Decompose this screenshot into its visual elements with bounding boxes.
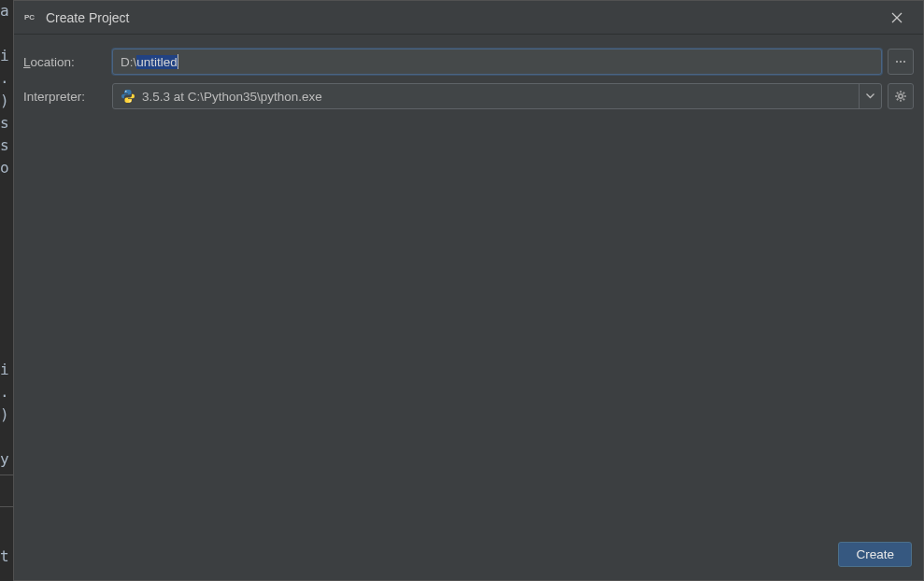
svg-point-6 (903, 61, 905, 63)
dropdown-arrow-button[interactable] (859, 84, 881, 108)
browse-location-button[interactable] (888, 49, 914, 75)
create-button[interactable]: Create (838, 542, 912, 567)
location-input-prefix: D:\ (121, 55, 136, 69)
background-editor-gutter-lower: t (0, 523, 13, 579)
svg-point-7 (125, 91, 126, 92)
svg-line-15 (903, 92, 905, 94)
svg-line-13 (897, 92, 899, 94)
interpreter-settings-button[interactable] (888, 83, 914, 109)
interpreter-row: Interpreter: 3.5.3 at C:\Python35\python… (23, 83, 914, 109)
interpreter-dropdown[interactable]: 3.5.3 at C:\Python35\python.exe (112, 83, 882, 109)
bg-separator (0, 506, 13, 507)
gear-icon (893, 89, 908, 104)
app-icon: PC (23, 10, 38, 25)
close-icon (891, 12, 903, 23)
svg-point-5 (900, 61, 902, 63)
background-editor-gutter: a i.)sso i.) y (0, 0, 13, 581)
ellipsis-icon (894, 57, 907, 66)
text-caret (178, 54, 178, 69)
close-button[interactable] (878, 1, 916, 35)
location-input-selected: untitled (136, 55, 178, 69)
title-bar: PC Create Project (14, 1, 923, 35)
svg-line-14 (903, 99, 905, 101)
bg-separator (0, 475, 13, 475)
dialog-footer: Create (14, 528, 923, 580)
chevron-down-icon (866, 93, 874, 99)
python-icon (121, 89, 135, 104)
create-project-dialog: PC Create Project Location: D:\untitled (13, 0, 924, 581)
interpreter-value: 3.5.3 at C:\Python35\python.exe (142, 90, 852, 104)
svg-line-16 (897, 99, 899, 101)
dialog-content: Location: D:\untitled Interpreter: (14, 35, 923, 528)
location-label: Location: (23, 55, 112, 69)
svg-point-4 (896, 61, 898, 63)
svg-point-8 (130, 101, 131, 102)
dialog-title: Create Project (46, 10, 878, 25)
location-row: Location: D:\untitled (23, 49, 914, 75)
svg-text:PC: PC (24, 13, 35, 21)
interpreter-label: Interpreter: (23, 90, 112, 104)
location-input[interactable]: D:\untitled (112, 49, 882, 75)
